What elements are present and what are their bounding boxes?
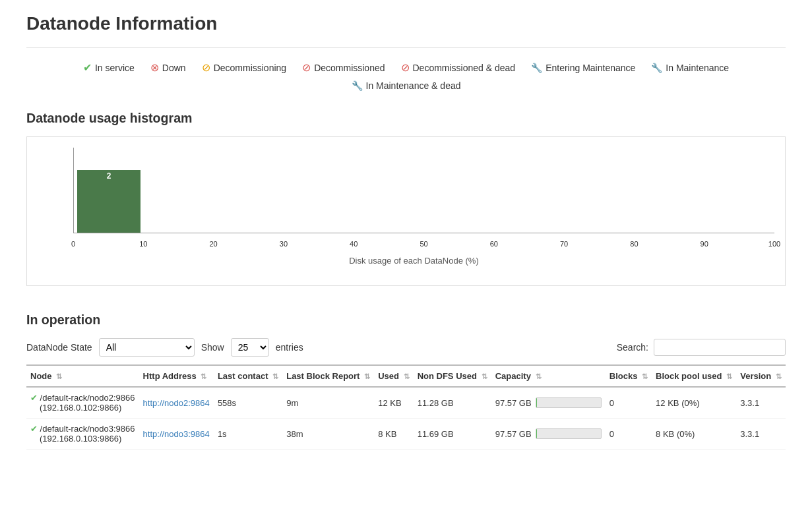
col-used-sort-icon[interactable]: ⇅ <box>404 372 410 381</box>
cell-non-dfs-used: 11.28 GB <box>414 387 491 419</box>
col-last-block-report-label: Last Block Report <box>286 371 359 381</box>
title-divider <box>26 47 786 48</box>
capacity-value: 97.57 GB <box>495 429 532 439</box>
legend-in-maintenance-label: In Maintenance <box>666 63 729 73</box>
col-blocks-label: Blocks <box>609 371 638 381</box>
legend-in-maintenance-dead-label: In Maintenance & dead <box>366 80 461 91</box>
col-http-address: Http Address ⇅ <box>139 365 214 387</box>
histogram-title: Datanode usage histogram <box>26 111 786 126</box>
col-version-sort-icon[interactable]: ⇅ <box>776 372 782 381</box>
col-last-contact-label: Last contact <box>218 371 268 381</box>
capacity-progress-fill <box>536 429 537 438</box>
table-row: ✔ /default-rack/nodo3:9866(192.168.0.103… <box>26 419 786 450</box>
cell-blocks: 0 <box>606 387 652 419</box>
cell-capacity: 97.57 GB <box>491 419 606 450</box>
col-node-label: Node <box>30 371 52 381</box>
x-tick-100: 100 <box>768 240 780 248</box>
warning-icon: ⊗ <box>150 61 159 74</box>
http-address-link[interactable]: http://nodo3:9864 <box>143 429 210 439</box>
page-title: Datanode Information <box>26 13 786 34</box>
cell-blocks: 0 <box>606 419 652 450</box>
cell-capacity: 97.57 GB <box>491 387 606 419</box>
cell-last-contact: 558s <box>214 387 282 419</box>
table-header-row: Node ⇅ Http Address ⇅ Last contact ⇅ Las… <box>26 365 786 387</box>
left-controls: DataNode State All In Service Decommissi… <box>26 338 303 357</box>
col-block-pool-label: Block pool used <box>656 371 722 381</box>
x-tick-70: 70 <box>560 240 568 248</box>
node-ip: (192.168.0.102:9866) <box>40 403 121 413</box>
entries-label: entries <box>276 342 303 353</box>
wrench-red-icon: 🔧 <box>352 80 363 91</box>
cell-block-pool-used: 12 KB (0%) <box>652 387 736 419</box>
capacity-progress-bg <box>536 428 602 439</box>
col-non-dfs-used: Non DFS Used ⇅ <box>414 365 491 387</box>
ban-red-icon: ⊘ <box>302 61 311 74</box>
cell-http-address: http://nodo3:9864 <box>139 419 214 450</box>
legend-down: ⊗ Down <box>150 61 186 74</box>
x-tick-40: 40 <box>350 240 358 248</box>
cell-node: ✔ /default-rack/nodo2:9866(192.168.0.102… <box>26 387 139 419</box>
col-blocks: Blocks ⇅ <box>606 365 652 387</box>
capacity-container: 97.57 GB <box>495 397 602 408</box>
x-tick-30: 30 <box>280 240 288 248</box>
datanode-state-select[interactable]: All In Service Decommissioning Decommiss… <box>99 338 195 357</box>
cell-version: 3.3.1 <box>736 387 786 419</box>
capacity-progress-bg <box>536 397 602 408</box>
col-non-dfs-sort-icon[interactable]: ⇅ <box>482 372 487 381</box>
cell-used: 12 KB <box>374 387 413 419</box>
col-block-pool-sort-icon[interactable]: ⇅ <box>726 372 732 381</box>
capacity-value: 97.57 GB <box>495 398 532 408</box>
legend-decommissioning-label: Decommissioning <box>214 63 286 73</box>
x-axis-label: Disk usage of each DataNode (%) <box>53 256 774 266</box>
legend-decommissioning: ⊘ Decommissioning <box>202 61 286 74</box>
col-node-sort-icon[interactable]: ⇅ <box>56 372 62 381</box>
cell-block-pool-used: 8 KB (0%) <box>652 419 736 450</box>
legend-entering-maintenance-label: Entering Maintenance <box>546 63 635 73</box>
col-version-label: Version <box>740 371 771 381</box>
legend-decommissioned-dead-label: Decommissioned & dead <box>413 63 516 73</box>
x-tick-60: 60 <box>490 240 498 248</box>
col-last-block-report: Last Block Report ⇅ <box>282 365 374 387</box>
show-label: Show <box>201 342 224 353</box>
x-tick-80: 80 <box>630 240 638 248</box>
col-non-dfs-label: Non DFS Used <box>418 371 477 381</box>
col-last-contact: Last contact ⇅ <box>214 365 282 387</box>
node-status-icon: ✔ <box>30 393 38 403</box>
legend-in-service-label: In service <box>95 63 135 73</box>
cell-last-block-report: 38m <box>282 419 374 450</box>
col-http-sort-icon[interactable]: ⇅ <box>201 372 206 381</box>
capacity-container: 97.57 GB <box>495 428 602 439</box>
in-operation-title: In operation <box>26 312 786 328</box>
table-row: ✔ /default-rack/nodo2:9866(192.168.0.102… <box>26 387 786 419</box>
legend-in-service: ✔ In service <box>83 61 135 74</box>
cell-last-block-report: 9m <box>282 387 374 419</box>
cell-last-contact: 1s <box>214 419 282 450</box>
search-input[interactable] <box>654 339 786 356</box>
node-ip: (192.168.0.103:9866) <box>40 434 121 444</box>
col-last-contact-sort-icon[interactable]: ⇅ <box>272 372 278 381</box>
legend-decommissioned-dead: ⊘ Decommissioned & dead <box>401 61 516 74</box>
http-address-link[interactable]: http://nodo2:9864 <box>143 398 210 408</box>
x-tick-90: 90 <box>701 240 708 248</box>
cell-node: ✔ /default-rack/nodo3:9866(192.168.0.103… <box>26 419 139 450</box>
datanode-table: Node ⇅ Http Address ⇅ Last contact ⇅ Las… <box>26 364 786 450</box>
col-block-pool-used: Block pool used ⇅ <box>652 365 736 387</box>
legend-down-label: Down <box>162 63 186 73</box>
x-axis: 0 10 20 30 40 50 60 70 80 90 100 <box>73 233 774 253</box>
table-controls: DataNode State All In Service Decommissi… <box>26 338 786 357</box>
status-legend: ✔ In service ⊗ Down ⊘ Decommissioning ⊘ … <box>26 61 786 91</box>
bar-value: 2 <box>107 171 111 181</box>
search-label: Search: <box>617 342 648 353</box>
datanode-state-label: DataNode State <box>26 342 92 353</box>
col-capacity-sort-icon[interactable]: ⇅ <box>536 372 542 381</box>
legend-decommissioned: ⊘ Decommissioned <box>302 61 385 74</box>
x-tick-0: 0 <box>71 240 75 248</box>
col-last-block-sort-icon[interactable]: ⇅ <box>364 372 370 381</box>
wrench-yellow-icon: 🔧 <box>651 63 662 73</box>
legend-in-maintenance-dead: 🔧 In Maintenance & dead <box>352 80 461 91</box>
wrench-green-icon: 🔧 <box>531 63 542 73</box>
col-blocks-sort-icon[interactable]: ⇅ <box>642 372 648 381</box>
table-body: ✔ /default-rack/nodo2:9866(192.168.0.102… <box>26 387 786 450</box>
x-tick-10: 10 <box>139 240 147 248</box>
show-entries-select[interactable]: 10 25 50 100 <box>231 338 269 357</box>
